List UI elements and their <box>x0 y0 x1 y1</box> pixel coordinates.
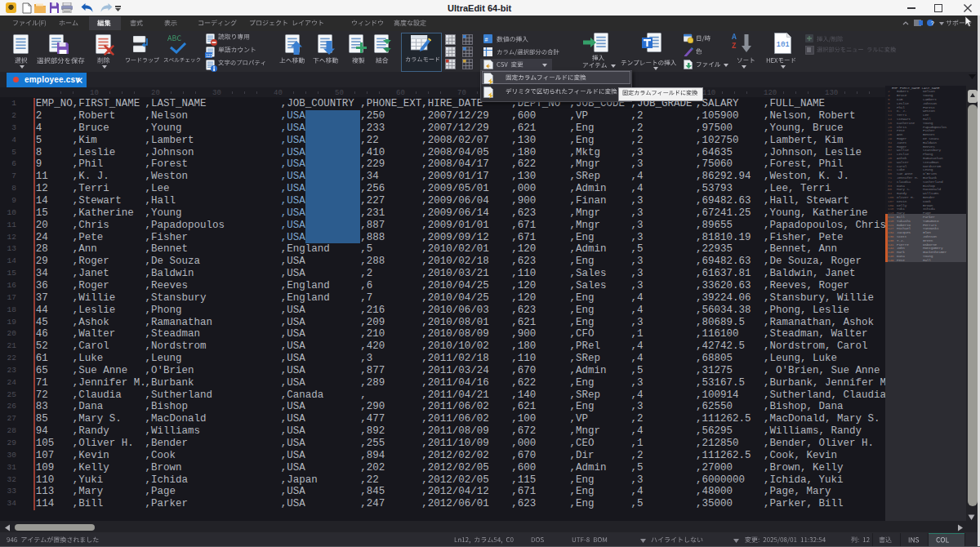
svg-text:#: # <box>485 37 488 42</box>
svg-text:101: 101 <box>777 41 790 49</box>
svg-text:123: 123 <box>206 53 212 58</box>
